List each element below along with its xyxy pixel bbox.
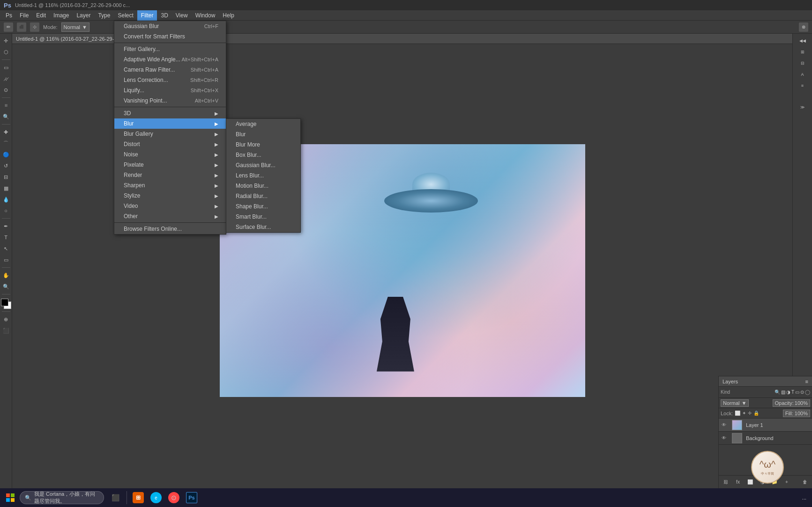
mode-dropdown[interactable]: Normal ▼	[61, 22, 89, 32]
menu-select[interactable]: Select	[114, 10, 137, 21]
filter-item-pixelate[interactable]: Pixelate ▶	[114, 160, 226, 170]
menu-layer[interactable]: Layer	[73, 10, 94, 21]
lock-image[interactable]: ✦	[742, 411, 746, 416]
filter-item-blur-gallery[interactable]: Blur Gallery ▶	[114, 129, 226, 139]
filter-item-sharpen[interactable]: Sharpen ▶	[114, 180, 226, 191]
filter-item-gaussian-blur[interactable]: Gaussian Blur Ctrl+F	[114, 21, 226, 31]
panel-btn-3[interactable]: A	[797, 69, 808, 80]
layer-visibility-icon[interactable]: 👁	[721, 435, 727, 441]
menu-edit[interactable]: Edit	[32, 10, 50, 21]
zoom-tool[interactable]: 🔍	[1, 281, 11, 292]
menu-filter[interactable]: Filter	[137, 10, 157, 21]
path-select-tool[interactable]: ↖	[1, 243, 11, 254]
blur-item-surface-blur[interactable]: Surface Blur...	[226, 222, 300, 232]
layer-row[interactable]: 👁 Background	[719, 432, 812, 445]
shape-tool[interactable]: ▭	[1, 255, 11, 265]
lock-all[interactable]: 🔒	[753, 411, 759, 416]
menu-help[interactable]: Help	[219, 10, 238, 21]
blur-item-box-blur[interactable]: Box Blur...	[226, 150, 300, 160]
filter-item-liquify[interactable]: Liquify... Shift+Ctrl+X	[114, 85, 226, 96]
layer-row[interactable]: 👁 Layer 1	[719, 419, 812, 432]
blur-item-shape-blur[interactable]: Shape Blur...	[226, 201, 300, 212]
filter-item-video[interactable]: Video ▶	[114, 201, 226, 211]
task-view-btn[interactable]: ⬛	[107, 489, 124, 506]
brush-tool[interactable]: ⌒	[1, 138, 11, 148]
healing-tool[interactable]: ✚	[1, 127, 11, 137]
layers-filter-adjust[interactable]: ◑	[786, 389, 790, 395]
type-tool[interactable]: T	[1, 232, 11, 242]
blur-item-gaussian-blur[interactable]: Gaussian Blur...	[226, 160, 300, 170]
filter-item-camera-raw[interactable]: Camera Raw Filter... Shift+Ctrl+A	[114, 65, 226, 75]
filter-item-other[interactable]: Other ▶	[114, 211, 226, 221]
filter-item-stylize[interactable]: Stylize ▶	[114, 191, 226, 201]
panel-btn-5[interactable]: ≫	[797, 102, 808, 112]
menu-type[interactable]: Type	[94, 10, 114, 21]
layers-menu-icon[interactable]: ≡	[805, 379, 808, 384]
layers-filter-smart[interactable]: ⊙	[800, 389, 804, 395]
filter-item-adaptive-wide[interactable]: Adaptive Wide Angle... Alt+Shift+Ctrl+A	[114, 54, 226, 65]
add-style-btn[interactable]: fx	[733, 477, 743, 487]
blur-item-motion-blur[interactable]: Motion Blur...	[226, 181, 300, 191]
screen-mode-tool[interactable]: ⬛	[1, 325, 11, 336]
menu-file[interactable]: File	[16, 10, 32, 21]
lasso-tool[interactable]: ⌭	[1, 73, 11, 84]
crop-tool[interactable]: ⌗	[1, 100, 11, 110]
menu-window[interactable]: Window	[192, 10, 219, 21]
delete-layer-btn[interactable]: 🗑	[800, 477, 810, 487]
artboard-tool[interactable]: ⬡	[1, 47, 11, 57]
layers-filter-type[interactable]: T	[791, 389, 794, 395]
eyedropper-tool[interactable]: 🔍	[1, 111, 11, 122]
filter-item-vanishing-point[interactable]: Vanishing Point... Alt+Ctrl+V	[114, 96, 226, 106]
filter-item-lens-correction[interactable]: Lens Correction... Shift+Ctrl+R	[114, 75, 226, 85]
gradient-tool[interactable]: ▦	[1, 183, 11, 193]
lock-position[interactable]: ✛	[748, 411, 752, 416]
blur-tool[interactable]: 💧	[1, 194, 11, 205]
start-button[interactable]	[2, 489, 19, 506]
blur-item-blur-more[interactable]: Blur More	[226, 140, 300, 150]
eraser-tool[interactable]: ⊟	[1, 172, 11, 182]
quick-select-tool[interactable]: ⊙	[1, 85, 11, 95]
cortana-search[interactable]: 🔍 我是 Cortana，小娘，有问题尽管问我。	[20, 491, 104, 504]
filter-item-filter-gallery[interactable]: Filter Gallery...	[114, 44, 226, 54]
quick-mask-tool[interactable]: ⊕	[1, 314, 11, 324]
app-btn-1[interactable]: ⊞	[130, 489, 147, 506]
panel-btn-4[interactable]: ≡	[797, 81, 808, 91]
hand-tool[interactable]: ✋	[1, 270, 11, 280]
lock-transparent[interactable]: ⬜	[735, 411, 740, 416]
blur-item-lens-blur[interactable]: Lens Blur...	[226, 170, 300, 181]
filter-item-convert-smart[interactable]: Convert for Smart Filters	[114, 31, 226, 42]
app-btn-2[interactable]: e	[148, 489, 164, 506]
collapse-panel-btn[interactable]: ◀◀	[797, 36, 808, 46]
link-layers-btn[interactable]: ⛓	[721, 477, 731, 487]
layers-filter-shape[interactable]: ▭	[795, 389, 799, 395]
layers-filter-active[interactable]: ◯	[805, 389, 810, 395]
blur-item-blur[interactable]: Blur	[226, 129, 300, 140]
fill-control[interactable]: Fill: 100%	[783, 410, 810, 417]
app-btn-photoshop[interactable]: Ps	[183, 489, 200, 506]
filter-item-render[interactable]: Render ▶	[114, 170, 226, 180]
menu-view[interactable]: View	[172, 10, 192, 21]
panel-btn-1[interactable]: ⊞	[797, 47, 808, 57]
filter-item-noise[interactable]: Noise ▶	[114, 149, 226, 160]
pen-tool[interactable]: ✒	[1, 221, 11, 231]
layers-filter-pixel[interactable]: ▧	[781, 389, 785, 395]
dodge-tool[interactable]: ○	[1, 206, 11, 216]
blend-mode-dropdown[interactable]: Normal ▼	[721, 399, 749, 407]
filter-item-distort[interactable]: Distort ▶	[114, 139, 226, 149]
filter-item-browse-filters[interactable]: Browse Filters Online...	[114, 224, 226, 234]
panel-btn-2[interactable]: ⊟	[797, 58, 808, 68]
blur-item-radial-blur[interactable]: Radial Blur...	[226, 191, 300, 201]
app-btn-3[interactable]: ⊙	[165, 489, 182, 506]
stamp-tool[interactable]: 🔵	[1, 149, 11, 160]
opacity-control[interactable]: Opacity: 100%	[773, 399, 811, 407]
color-swatches[interactable]	[1, 299, 11, 309]
menu-3d[interactable]: 3D	[157, 10, 171, 21]
marquee-tool[interactable]: ▭	[1, 62, 11, 73]
menu-image[interactable]: Image	[50, 10, 73, 21]
move-tool[interactable]: ✛	[1, 36, 11, 46]
menu-ps[interactable]: Ps	[2, 10, 16, 21]
filter-item-blur[interactable]: Blur ▶ Average Blur Blur More Box Blur..…	[114, 118, 226, 129]
filter-item-3d[interactable]: 3D ▶	[114, 108, 226, 118]
history-brush[interactable]: ↺	[1, 161, 11, 171]
blur-item-smart-blur[interactable]: Smart Blur...	[226, 212, 300, 222]
